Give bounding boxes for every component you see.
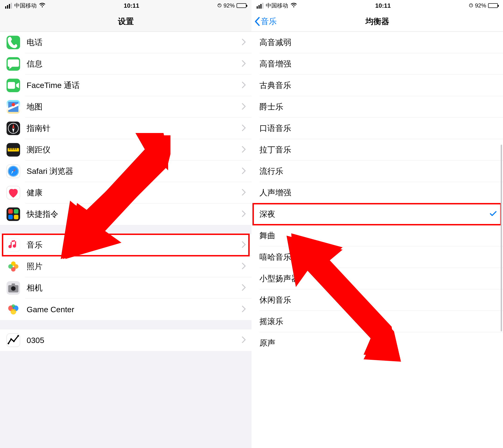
row-label: 快捷指令 [27, 209, 242, 220]
wifi-icon [290, 2, 297, 9]
chevron-right-icon [242, 60, 246, 68]
row-label: 地图 [27, 101, 242, 112]
carrier-label: 中国移动 [14, 2, 37, 9]
page-title: 均衡器 [366, 16, 389, 27]
chevron-right-icon [242, 210, 246, 218]
eq-row-acoustic[interactable]: 原声 [252, 332, 503, 354]
eq-row-small-speakers[interactable]: 小型扬声器 [252, 268, 503, 289]
row-label: 拉丁音乐 [259, 144, 497, 155]
settings-row-measure[interactable]: 测距仪 [0, 139, 252, 160]
battery-icon [236, 3, 246, 8]
battery-percent: 92% [223, 2, 235, 9]
row-label: 音乐 [27, 240, 242, 250]
eq-row-late-night[interactable]: 深夜 [252, 204, 503, 225]
eq-row-lounge[interactable]: 休闲音乐 [252, 289, 503, 311]
chevron-right-icon [242, 124, 246, 132]
svg-rect-23 [12, 284, 15, 286]
settings-row-health[interactable]: 健康 [0, 182, 252, 204]
svg-point-29 [10, 338, 12, 340]
settings-row-safari[interactable]: Safari 浏览器 [0, 160, 252, 182]
page-title: 设置 [118, 16, 134, 27]
status-bar: 中国移动 10:11 92% [252, 0, 503, 11]
chevron-right-icon [242, 81, 246, 89]
svg-point-0 [218, 4, 221, 7]
settings-row-phone[interactable]: 电话 [0, 32, 252, 53]
row-label: 高音增强 [259, 59, 497, 69]
eq-row-dance[interactable]: 舞曲 [252, 225, 503, 246]
measure-icon [7, 143, 20, 157]
row-label: 照片 [27, 261, 242, 272]
battery-icon [488, 3, 498, 8]
row-label: 小型扬声器 [259, 273, 497, 284]
back-button[interactable]: 音乐 [254, 11, 277, 32]
settings-row-maps[interactable]: 地图 [0, 96, 252, 118]
settings-screen: 中国移动 10:11 92% 设置 电话信息FaceTime 通话地图指南针测距… [0, 0, 252, 448]
svg-point-28 [8, 343, 9, 344]
eq-row-pop[interactable]: 流行乐 [252, 160, 503, 182]
chevron-right-icon [242, 336, 246, 344]
eq-row-treble-reduce[interactable]: 高音减弱 [252, 32, 503, 53]
eq-row-hiphop[interactable]: 嘻哈音乐 [252, 246, 503, 268]
eq-row-jazz[interactable]: 爵士乐 [252, 96, 503, 118]
photos-icon [7, 260, 20, 273]
equalizer-list[interactable]: 高音减弱高音增强古典音乐爵士乐口语音乐拉丁音乐流行乐人声增强深夜舞曲嘻哈音乐小型… [252, 32, 503, 448]
eq-row-spoken[interactable]: 口语音乐 [252, 118, 503, 139]
nav-header-eq: 音乐 均衡器 [252, 11, 503, 32]
svg-rect-16 [14, 215, 18, 219]
settings-row-music[interactable]: 音乐 [0, 234, 252, 256]
stocks-icon [7, 334, 20, 347]
row-label: 0305 [27, 336, 242, 345]
row-label: 嘻哈音乐 [259, 252, 497, 262]
svg-point-30 [13, 340, 15, 342]
row-label: 原声 [259, 338, 497, 348]
carrier-label: 中国移动 [266, 2, 288, 9]
svg-rect-14 [14, 209, 18, 213]
music-icon [7, 238, 20, 252]
chevron-right-icon [242, 284, 246, 292]
row-label: 电话 [27, 37, 242, 48]
eq-row-treble-boost[interactable]: 高音增强 [252, 53, 503, 75]
settings-row-camera[interactable]: 相机 [0, 277, 252, 299]
settings-row-compass[interactable]: 指南针 [0, 118, 252, 139]
row-label: Safari 浏览器 [27, 166, 242, 177]
row-label: 深夜 [259, 209, 489, 220]
chevron-right-icon [242, 38, 246, 47]
svg-point-2 [12, 103, 15, 106]
row-label: 舞曲 [259, 230, 497, 241]
row-label: 测距仪 [27, 144, 242, 155]
settings-row-photos[interactable]: 照片 [0, 256, 252, 277]
settings-list[interactable]: 电话信息FaceTime 通话地图指南针测距仪Safari 浏览器健康快捷指令音… [0, 32, 252, 448]
settings-row-facetime[interactable]: FaceTime 通话 [0, 75, 252, 96]
settings-row-shortcuts[interactable]: 快捷指令 [0, 204, 252, 225]
settings-row-gamecenter[interactable]: Game Center [0, 299, 252, 320]
svg-point-22 [11, 286, 16, 291]
eq-row-latin[interactable]: 拉丁音乐 [252, 139, 503, 160]
chevron-right-icon [242, 262, 246, 271]
chevron-right-icon [242, 167, 246, 175]
shortcuts-icon [7, 208, 20, 221]
checkmark-icon [489, 209, 497, 219]
gamecenter-icon [7, 303, 20, 316]
row-label: 指南针 [27, 123, 242, 134]
msg-icon [7, 57, 20, 71]
camera-icon [7, 281, 20, 295]
eq-row-rock[interactable]: 摇滚乐 [252, 311, 503, 332]
settings-row-messages[interactable]: 信息 [0, 53, 252, 75]
row-label: 摇滚乐 [259, 316, 497, 327]
eq-row-vocal[interactable]: 人声增强 [252, 182, 503, 204]
eq-row-classical[interactable]: 古典音乐 [252, 75, 503, 96]
row-label: 人声增强 [259, 187, 497, 198]
svg-rect-1 [8, 82, 15, 89]
time-label: 10:11 [375, 2, 391, 9]
row-label: FaceTime 通话 [27, 80, 242, 91]
row-label: 信息 [27, 59, 242, 69]
row-label: Game Center [27, 305, 242, 314]
svg-point-27 [12, 304, 15, 308]
chevron-right-icon [242, 103, 246, 111]
compass-icon [7, 122, 20, 135]
settings-row-stocks[interactable]: 0305 [0, 329, 252, 351]
row-label: 古典音乐 [259, 80, 497, 91]
svg-point-35 [469, 4, 473, 7]
svg-point-20 [8, 264, 13, 269]
back-label: 音乐 [261, 16, 277, 27]
